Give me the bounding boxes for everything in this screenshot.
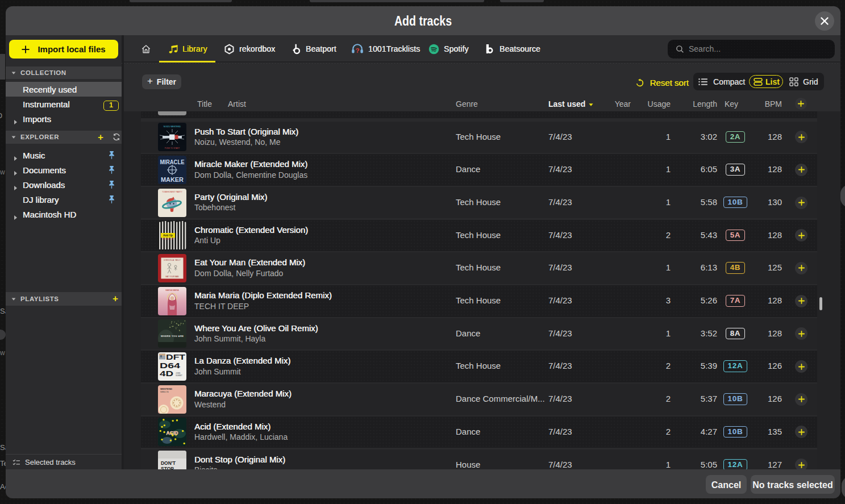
svg-text:NOIZU·WESTEND: NOIZU·WESTEND [164,126,181,128]
svg-text:MIRACLE: MIRACLE [160,159,185,165]
svg-text:WESTEND: WESTEND [160,388,172,390]
svg-text:TOBEHONEST·PARTY: TOBEHONEST·PARTY [162,190,182,193]
svg-text:DOM DOLLA · NELLY: DOM DOLLA · NELLY [164,259,180,261]
svg-text:Anti Up: Anti Up [163,235,173,238]
svg-text:ACID: ACID [166,430,178,436]
svg-text:D64: D64 [160,361,181,370]
svg-text:WHERE YOU ARE: WHERE YOU ARE [161,335,184,338]
svg-text:4D: 4D [160,369,173,378]
svg-text:SUMMIT: SUMMIT [176,374,182,377]
svg-text:MARIA MARIA: MARIA MARIA [165,289,179,291]
svg-text:MARACUYA: MARACUYA [160,390,169,393]
svg-text:DFT: DFT [166,353,185,361]
svg-text:PUSH TO START: PUSH TO START [165,147,180,149]
svg-text:MAKER: MAKER [161,176,184,182]
svg-text:CHROMATIC EP: CHROMATIC EP [161,238,173,240]
svg-text:DON'T: DON'T [161,460,176,466]
svg-text:?: ? [355,47,359,54]
svg-text:EAT YOUR MAN: EAT YOUR MAN [165,275,178,277]
